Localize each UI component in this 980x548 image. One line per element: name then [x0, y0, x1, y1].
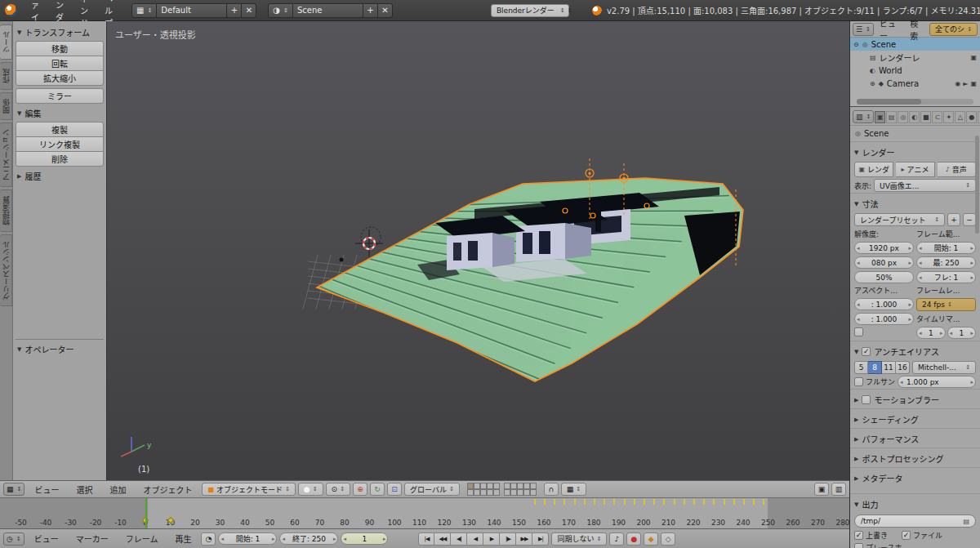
panel-metadata-header[interactable]: ▶メタデータ	[850, 467, 980, 487]
aa-samples-11-button[interactable]: 11	[882, 361, 896, 374]
playback-button-0[interactable]: |◀	[418, 532, 434, 546]
snap-element-select[interactable]: ▦	[561, 483, 586, 496]
layer-toggle-20[interactable]	[530, 489, 537, 496]
render-animation-button[interactable]: ▸アニメ	[896, 162, 934, 177]
render-presets-select[interactable]: レンダープリセット	[854, 213, 945, 226]
visibility-eye-icon[interactable]: ◉	[955, 80, 960, 87]
frame-start-field[interactable]: 開始: 1	[218, 532, 277, 545]
editor-type-timeline-button[interactable]: ◷↕	[3, 532, 24, 546]
frame-end-field[interactable]: 終了: 250	[279, 532, 338, 545]
layer-toggle-15[interactable]	[530, 483, 537, 489]
layer-toggle-4[interactable]	[487, 483, 493, 489]
layer-toggle-8[interactable]	[480, 489, 487, 496]
manipulator-translate-button[interactable]: ⊕	[353, 483, 368, 496]
expand-icon[interactable]: ⊕	[870, 80, 875, 87]
properties-tab-world[interactable]: ◐	[909, 111, 920, 123]
aa-samples-16-button[interactable]: 16	[896, 361, 910, 374]
layer-toggle-2[interactable]	[474, 483, 480, 489]
outliner-item-world[interactable]: ◐ World	[850, 64, 980, 77]
linked-duplicate-button[interactable]: リンク複製	[16, 136, 104, 152]
folder-icon[interactable]: ▤	[963, 518, 969, 525]
house-left[interactable]	[435, 216, 525, 270]
toolshelf-tab-3[interactable]: アニメーション	[0, 123, 12, 187]
toolshelf-tab-4[interactable]: 物理演算	[0, 189, 12, 232]
selectability-arrow-icon[interactable]: ►	[963, 80, 968, 87]
opengl-render-button[interactable]: ▣	[814, 483, 829, 496]
current-frame-field[interactable]: 1	[341, 532, 388, 545]
aa-filter-size-field[interactable]: 1.000 px	[898, 376, 976, 388]
panel-antialiasing-header[interactable]: ▼ アンチエイリアス	[850, 341, 980, 360]
playback-button-4[interactable]: ▶	[483, 532, 500, 546]
aspect-y-field[interactable]: : 1.000	[854, 313, 914, 325]
view-menu[interactable]: ビュー	[27, 481, 66, 498]
pivot-center-select[interactable]: ⊙	[326, 483, 350, 496]
panel-output-header[interactable]: ▼出力	[850, 493, 980, 513]
layer-toggle-14[interactable]	[523, 483, 530, 489]
timeline-frame-menu[interactable]: フレーム	[118, 530, 166, 547]
file-extensions-checkbox[interactable]	[902, 531, 911, 540]
render-engine-select[interactable]: Blenderレンダー↕	[491, 4, 569, 17]
properties-tab-render[interactable]: ▣	[875, 111, 885, 123]
playback-button-7[interactable]: ▶|	[532, 532, 549, 546]
antialiasing-checkbox[interactable]	[862, 347, 871, 356]
properties-tab-modifiers[interactable]: ✦	[943, 111, 954, 123]
start-frame-field[interactable]: 開始: 1	[916, 242, 976, 254]
layer-toggle-17[interactable]	[510, 489, 517, 496]
motion-blur-checkbox[interactable]	[862, 395, 871, 404]
scene-add-button[interactable]: +	[363, 3, 378, 18]
render-restrict-icon[interactable]: ▣	[970, 54, 977, 61]
mode-select[interactable]: ■オブジェクトモード	[202, 483, 295, 496]
opengl-render-anim-button[interactable]: ▥	[831, 483, 846, 496]
editor-type-properties-button[interactable]: ▥↕	[853, 110, 874, 123]
layer-toggle-13[interactable]	[517, 483, 523, 489]
framerate-select[interactable]: 24 fps	[916, 298, 976, 311]
editor-type-outliner-button[interactable]: ☰↕	[853, 23, 874, 36]
render-audio-button[interactable]: ♪音声	[938, 162, 976, 177]
expand-icon[interactable]: ⊖	[853, 41, 859, 48]
layer-toggle-10[interactable]	[493, 489, 500, 496]
layer-toggle-11[interactable]	[504, 483, 510, 489]
properties-tab-render-layers[interactable]: ▤	[886, 111, 897, 123]
playback-button-2[interactable]: ◀|	[451, 532, 467, 546]
toolshelf-tab-0[interactable]: ツール	[0, 25, 12, 60]
rotate-button[interactable]: 回転	[16, 56, 104, 71]
panel-edit-header[interactable]: ▼編集	[16, 104, 104, 122]
transform-orientation-select[interactable]: グローバル	[404, 483, 460, 496]
preset-remove-button[interactable]: −	[963, 213, 976, 226]
timeline-ruler[interactable]: -50-40-30-20-100102030405060708090100110…	[0, 498, 849, 529]
resolution-y-field[interactable]: 080 px	[854, 256, 914, 269]
select-menu[interactable]: 選択	[69, 481, 100, 498]
layer-toggle-16[interactable]	[504, 489, 510, 496]
toolshelf-tab-5[interactable]: グリースペンシル	[0, 234, 12, 306]
screen-layout-add-button[interactable]: +	[227, 3, 242, 18]
preset-add-button[interactable]: +	[947, 213, 960, 226]
panel-shading-header[interactable]: ▶シェーディング	[850, 408, 980, 428]
scene-close-button[interactable]: ✕	[378, 3, 393, 18]
screen-layout-close-button[interactable]: ✕	[242, 3, 256, 18]
remap-old-field[interactable]: 1	[916, 327, 946, 339]
insert-keyframe-button[interactable]: ◆	[644, 532, 658, 546]
playback-button-3[interactable]: ◀	[467, 532, 483, 546]
screen-layout-browse-button[interactable]: ▦↕	[131, 3, 157, 18]
delete-button[interactable]: 削除	[16, 151, 104, 167]
layer-toggle-1[interactable]	[467, 483, 474, 489]
outliner-item-renderlayers[interactable]: ▤ レンダーレ ▣	[850, 51, 980, 64]
render-restrict-icon[interactable]: ▣	[970, 80, 977, 87]
panel-history-header[interactable]: ▶履歴	[16, 167, 104, 185]
outliner-search-menu[interactable]: 検索	[906, 16, 928, 43]
remap-new-field[interactable]: 1	[947, 327, 977, 339]
resolution-percentage-slider[interactable]: 50%	[854, 271, 914, 283]
viewport-shading-select[interactable]: ●	[298, 483, 323, 496]
aa-samples-5-button[interactable]: 5	[854, 361, 868, 374]
full-sample-checkbox[interactable]	[854, 377, 863, 386]
timeline-marker-menu[interactable]: マーカー	[69, 530, 116, 547]
av-sync-select[interactable]: 同期しない	[551, 532, 607, 546]
frame-step-field[interactable]: フレ: 1	[916, 271, 976, 283]
timeline-playback-menu[interactable]: 再生	[167, 530, 198, 547]
layer-toggle-12[interactable]	[510, 483, 517, 489]
placeholders-checkbox[interactable]	[854, 543, 863, 548]
current-frame-line[interactable]	[145, 498, 147, 528]
overwrite-checkbox[interactable]	[854, 531, 863, 540]
outliner-display-filter-select[interactable]: 全てのシ	[929, 23, 978, 36]
timeline-view-menu[interactable]: ビュー	[27, 530, 66, 547]
